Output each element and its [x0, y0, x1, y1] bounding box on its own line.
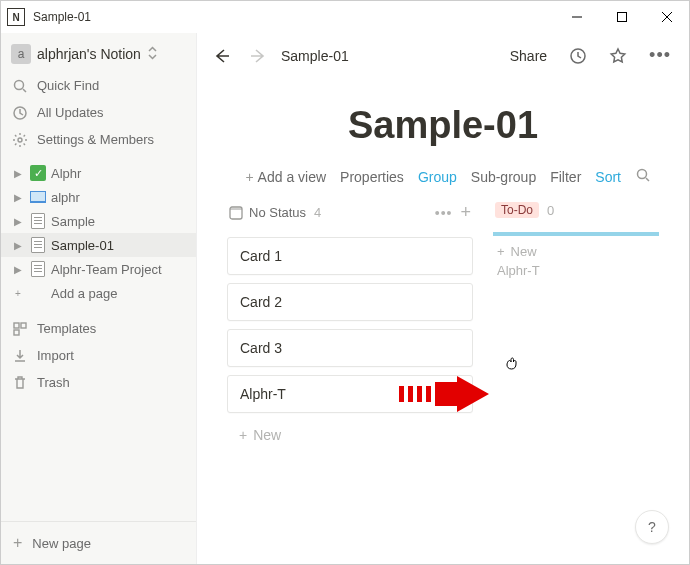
- templates-button[interactable]: Templates: [1, 315, 196, 342]
- drag-ghost-card: Alphr-T: [493, 261, 659, 280]
- column-tag-todo: To-Do: [495, 202, 539, 218]
- import-button[interactable]: Import: [1, 342, 196, 369]
- column-menu-icon[interactable]: •••: [435, 205, 453, 221]
- trash-button[interactable]: Trash: [1, 369, 196, 396]
- check-icon: ✓: [29, 164, 47, 182]
- updates-icon[interactable]: [563, 43, 593, 69]
- laptop-icon: [29, 188, 47, 206]
- share-button[interactable]: Share: [504, 44, 553, 68]
- download-icon: [11, 347, 29, 365]
- page-label: Sample-01: [51, 238, 114, 253]
- plus-icon: +: [497, 244, 505, 259]
- svg-line-13: [646, 178, 649, 181]
- gear-icon: [11, 131, 29, 149]
- plus-icon: +: [13, 534, 22, 552]
- empty-status-icon: [229, 206, 243, 220]
- favorite-star-icon[interactable]: [603, 43, 633, 69]
- window-minimize-button[interactable]: [554, 1, 599, 33]
- search-icon: [11, 77, 29, 95]
- help-button[interactable]: ?: [635, 510, 669, 544]
- plus-icon: +: [239, 427, 247, 443]
- svg-rect-1: [617, 13, 626, 22]
- svg-point-12: [638, 170, 647, 179]
- board-column-todo: To-Do 0 + New Alphr-T: [493, 198, 659, 280]
- notion-app-icon: N: [7, 8, 25, 26]
- trash-label: Trash: [37, 375, 70, 390]
- templates-icon: [11, 320, 29, 338]
- clock-icon: [11, 104, 29, 122]
- column-count: 4: [314, 205, 321, 220]
- sidebar-item-sample-01[interactable]: ▶ Sample-01: [1, 233, 196, 257]
- sidebar-item-alphr-team[interactable]: ▶ Alphr-Team Project: [1, 257, 196, 281]
- trash-icon: [11, 374, 29, 392]
- window-maximize-button[interactable]: [599, 1, 644, 33]
- add-view-label: Add a view: [258, 169, 326, 185]
- back-button[interactable]: [209, 47, 235, 65]
- page-title[interactable]: Sample-01: [227, 104, 659, 147]
- doc-icon: [29, 236, 47, 254]
- all-updates-label: All Updates: [37, 105, 103, 120]
- board-card[interactable]: Card 1: [227, 237, 473, 275]
- more-menu-icon[interactable]: •••: [643, 41, 677, 70]
- plus-icon: +: [245, 169, 253, 185]
- workspace-name: alphrjan's Notion: [37, 46, 141, 62]
- svg-rect-10: [14, 330, 19, 335]
- chevron-right-icon[interactable]: ▶: [11, 216, 25, 227]
- column-status-label: No Status: [229, 205, 306, 220]
- settings-button[interactable]: Settings & Members: [1, 126, 196, 153]
- subgroup-button[interactable]: Sub-group: [471, 169, 536, 185]
- properties-button[interactable]: Properties: [340, 169, 404, 185]
- help-label: ?: [648, 519, 656, 535]
- new-card-ghost[interactable]: + New: [493, 242, 659, 261]
- all-updates-button[interactable]: All Updates: [1, 99, 196, 126]
- doc-icon: [29, 212, 47, 230]
- group-button[interactable]: Group: [418, 169, 457, 185]
- page-label: Alphr-Team Project: [51, 262, 162, 277]
- workspace-icon: a: [11, 44, 31, 64]
- page-label: Sample: [51, 214, 95, 229]
- svg-rect-9: [21, 323, 26, 328]
- chevron-updown-icon: [147, 46, 158, 63]
- svg-point-4: [15, 80, 24, 89]
- filter-button[interactable]: Filter: [550, 169, 581, 185]
- chevron-right-icon[interactable]: ▶: [11, 264, 25, 275]
- page-label: Alphr: [51, 166, 81, 181]
- sidebar-item-alphr-0[interactable]: ▶ ✓ Alphr: [1, 161, 196, 185]
- chevron-right-icon[interactable]: ▶: [11, 168, 25, 179]
- forward-button[interactable]: [245, 47, 271, 65]
- column-add-icon[interactable]: +: [460, 202, 471, 223]
- chevron-right-icon[interactable]: ▶: [11, 240, 25, 251]
- column-count: 0: [547, 203, 554, 218]
- new-card-button[interactable]: + New: [227, 421, 473, 449]
- chevron-right-icon[interactable]: ▶: [11, 192, 25, 203]
- board-card-dragging[interactable]: Alphr-T: [227, 375, 473, 413]
- plus-icon: +: [11, 288, 25, 299]
- page-label: alphr: [51, 190, 80, 205]
- breadcrumb[interactable]: Sample-01: [281, 48, 349, 64]
- board-card[interactable]: Card 2: [227, 283, 473, 321]
- board-card[interactable]: Card 3: [227, 329, 473, 367]
- window-close-button[interactable]: [644, 1, 689, 33]
- add-page-label: Add a page: [51, 286, 118, 301]
- new-card-label: New: [253, 427, 281, 443]
- search-icon[interactable]: [635, 167, 653, 186]
- sidebar: a alphrjan's Notion Quick Find All Updat…: [1, 33, 196, 564]
- add-view-button[interactable]: + Add a view: [245, 169, 326, 185]
- svg-line-5: [23, 89, 26, 92]
- new-page-button[interactable]: + New page: [1, 521, 196, 564]
- sidebar-item-alphr-1[interactable]: ▶ alphr: [1, 185, 196, 209]
- svg-point-7: [18, 138, 22, 142]
- new-page-label: New page: [32, 536, 91, 551]
- workspace-switcher[interactable]: a alphrjan's Notion: [1, 41, 196, 72]
- quick-find-button[interactable]: Quick Find: [1, 72, 196, 99]
- window-title: Sample-01: [33, 10, 91, 24]
- templates-label: Templates: [37, 321, 96, 336]
- new-card-label: New: [511, 244, 537, 259]
- quick-find-label: Quick Find: [37, 78, 99, 93]
- add-page-button[interactable]: + Add a page: [1, 281, 196, 305]
- sort-button[interactable]: Sort: [595, 169, 621, 185]
- sidebar-item-sample[interactable]: ▶ Sample: [1, 209, 196, 233]
- board-column-no-status: No Status 4 ••• + Card 1 Card 2 Card 3 A…: [227, 198, 473, 449]
- doc-icon: [29, 260, 47, 278]
- drop-indicator: [493, 232, 659, 236]
